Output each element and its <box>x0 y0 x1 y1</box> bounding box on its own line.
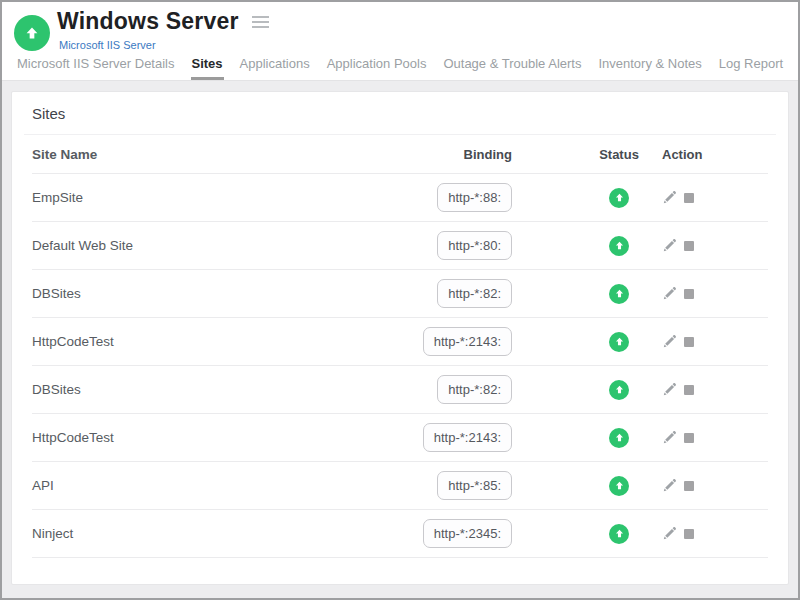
stop-button[interactable] <box>684 193 694 203</box>
site-name: DBSites <box>32 382 352 397</box>
binding-badge: http-*:82: <box>437 375 512 404</box>
stop-button[interactable] <box>684 529 694 539</box>
stop-button[interactable] <box>684 385 694 395</box>
binding-badge: http-*:88: <box>437 183 512 212</box>
edit-button[interactable] <box>662 382 677 397</box>
stop-square-icon <box>684 289 694 299</box>
column-header-action: Action <box>654 147 768 162</box>
table-row: HttpCodeTest http-*:2143: <box>32 414 768 462</box>
table-row: Default Web Site http-*:80: <box>32 222 768 270</box>
card-title: Sites <box>32 105 65 122</box>
status-up-icon <box>609 524 629 544</box>
status-up-icon <box>609 236 629 256</box>
table-row: Ninject http-*:2345: <box>32 510 768 558</box>
pencil-icon <box>662 190 677 205</box>
column-header-binding: Binding <box>352 147 512 162</box>
edit-button[interactable] <box>662 238 677 253</box>
pencil-icon <box>662 334 677 349</box>
status-up-icon <box>609 188 629 208</box>
tab-application-pools[interactable]: Application Pools <box>326 56 428 80</box>
site-name: EmpSite <box>32 190 352 205</box>
stop-square-icon <box>684 529 694 539</box>
pencil-icon <box>662 382 677 397</box>
sites-card: Sites Site Name Binding Status Action Em… <box>11 91 789 585</box>
table-header-row: Site Name Binding Status Action <box>32 135 768 174</box>
tab-outage-trouble-alerts[interactable]: Outage & Trouble Alerts <box>442 56 582 80</box>
site-name: Ninject <box>32 526 352 541</box>
binding-badge: http-*:2143: <box>423 423 512 452</box>
tab-log-report[interactable]: Log Report <box>718 56 784 80</box>
app-window: Windows Server Microsoft IIS Server Micr… <box>0 0 800 600</box>
table-row: DBSites http-*:82: <box>32 366 768 414</box>
tab-bar: Microsoft IIS Server DetailsSitesApplica… <box>16 56 784 80</box>
binding-badge: http-*:2143: <box>423 327 512 356</box>
site-name: API <box>32 478 352 493</box>
stop-button[interactable] <box>684 241 694 251</box>
status-up-icon <box>609 284 629 304</box>
stop-button[interactable] <box>684 337 694 347</box>
tab-sites[interactable]: Sites <box>191 56 224 80</box>
pencil-icon <box>662 478 677 493</box>
stop-square-icon <box>684 337 694 347</box>
stop-square-icon <box>684 241 694 251</box>
edit-button[interactable] <box>662 430 677 445</box>
stop-square-icon <box>684 433 694 443</box>
table-row: EmpSite http-*:88: <box>32 174 768 222</box>
up-arrow-icon <box>23 24 41 42</box>
tab-inventory-notes[interactable]: Inventory & Notes <box>597 56 702 80</box>
column-header-status: Status <box>584 147 654 162</box>
site-name: HttpCodeTest <box>32 430 352 445</box>
binding-badge: http-*:82: <box>437 279 512 308</box>
stop-square-icon <box>684 481 694 491</box>
stop-button[interactable] <box>684 289 694 299</box>
hamburger-menu-icon[interactable] <box>250 14 271 30</box>
edit-button[interactable] <box>662 526 677 541</box>
monitor-type-link[interactable]: Microsoft IIS Server <box>59 39 156 51</box>
status-up-icon <box>609 332 629 352</box>
status-up-icon <box>609 428 629 448</box>
binding-badge: http-*:85: <box>437 471 512 500</box>
monitor-header: Windows Server Microsoft IIS Server Micr… <box>2 2 798 81</box>
page-title: Windows Server <box>57 8 239 35</box>
site-name: HttpCodeTest <box>32 334 352 349</box>
stop-button[interactable] <box>684 433 694 443</box>
column-header-site-name: Site Name <box>32 147 352 162</box>
binding-badge: http-*:80: <box>437 231 512 260</box>
table-row: API http-*:85: <box>32 462 768 510</box>
status-up-icon <box>609 476 629 496</box>
page-body: Sites Site Name Binding Status Action Em… <box>2 81 798 585</box>
status-up-icon <box>609 380 629 400</box>
stop-square-icon <box>684 385 694 395</box>
binding-badge: http-*:2345: <box>423 519 512 548</box>
edit-button[interactable] <box>662 478 677 493</box>
stop-square-icon <box>684 193 694 203</box>
table-body: EmpSite http-*:88: Defau <box>12 174 788 558</box>
edit-button[interactable] <box>662 190 677 205</box>
table-row: HttpCodeTest http-*:2143: <box>32 318 768 366</box>
site-name: Default Web Site <box>32 238 352 253</box>
edit-button[interactable] <box>662 334 677 349</box>
pencil-icon <box>662 526 677 541</box>
table-row: DBSites http-*:82: <box>32 270 768 318</box>
edit-button[interactable] <box>662 286 677 301</box>
monitor-status-avatar <box>14 15 50 51</box>
tab-applications[interactable]: Applications <box>239 56 311 80</box>
tab-microsoft-iis-server-details[interactable]: Microsoft IIS Server Details <box>16 56 176 80</box>
site-name: DBSites <box>32 286 352 301</box>
pencil-icon <box>662 430 677 445</box>
pencil-icon <box>662 238 677 253</box>
pencil-icon <box>662 286 677 301</box>
stop-button[interactable] <box>684 481 694 491</box>
